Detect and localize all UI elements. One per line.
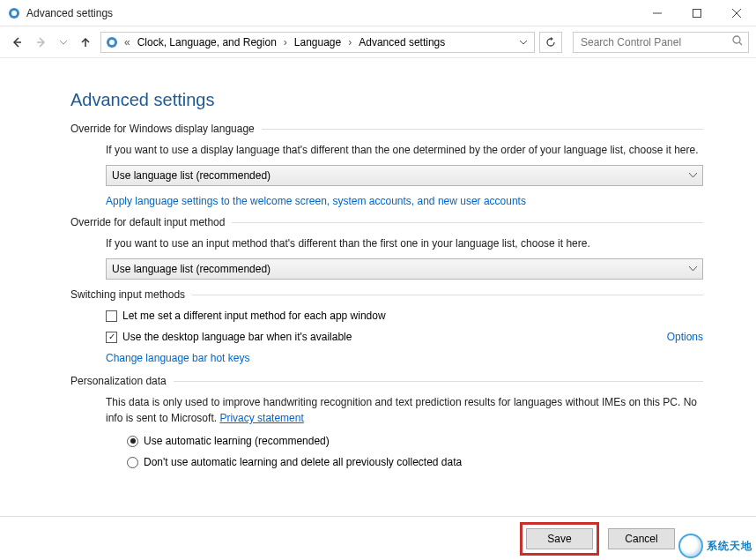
address-dropdown[interactable] — [516, 39, 530, 46]
radio-no-learning[interactable] — [127, 457, 138, 468]
divider — [174, 381, 703, 382]
radio-auto-learning[interactable] — [127, 436, 138, 447]
section-title: Override for Windows display language — [70, 123, 262, 135]
svg-point-11 — [733, 36, 740, 43]
svg-rect-3 — [693, 9, 700, 17]
minimize-button[interactable] — [637, 0, 677, 26]
chevron-down-icon — [689, 169, 697, 182]
checkbox-desktop-langbar[interactable] — [106, 332, 117, 343]
search-icon[interactable] — [732, 35, 743, 49]
section-description: If you want to use an input method that'… — [106, 235, 703, 251]
default-input-combo[interactable]: Use language list (recommended) — [106, 258, 703, 280]
section-title: Personalization data — [70, 375, 174, 387]
checkbox-per-app[interactable] — [106, 310, 117, 322]
footer: Save Cancel — [0, 516, 756, 560]
up-button[interactable] — [76, 33, 95, 52]
watermark: 系统天地 — [678, 534, 752, 558]
hotkeys-link[interactable]: Change language bar hot keys — [106, 350, 249, 366]
chevron-left-icon: « — [121, 36, 134, 49]
display-language-combo[interactable]: Use language list (recommended) — [106, 165, 703, 186]
combo-value: Use language list (recommended) — [112, 263, 689, 275]
divider — [232, 222, 703, 223]
radio-label: Use automatic learning (recommended) — [144, 433, 330, 449]
radio-label: Don't use automatic learning and delete … — [144, 454, 462, 470]
svg-point-1 — [11, 11, 17, 16]
forward-button[interactable] — [32, 33, 51, 52]
section-description: This data is only used to improve handwr… — [106, 394, 703, 426]
address-bar[interactable]: « Clock, Language, and Region › Language… — [100, 32, 535, 53]
breadcrumb-seg1[interactable]: Clock, Language, and Region — [136, 36, 278, 49]
control-panel-icon — [105, 35, 119, 49]
section-switching-input: Switching input methods Let me set a dif… — [70, 288, 703, 366]
checkbox-label: Let me set a different input method for … — [122, 308, 386, 324]
apply-welcome-link[interactable]: Apply language settings to the welcome s… — [106, 195, 703, 207]
back-button[interactable] — [7, 33, 26, 52]
close-button[interactable] — [716, 0, 756, 26]
privacy-link[interactable]: Privacy statement — [219, 412, 303, 424]
combo-value: Use language list (recommended) — [112, 169, 689, 182]
breadcrumb-seg2[interactable]: Language — [293, 36, 343, 49]
section-title: Switching input methods — [70, 288, 192, 301]
titlebar: Advanced settings — [0, 0, 756, 26]
window-title: Advanced settings — [26, 7, 637, 19]
breadcrumb-seg3[interactable]: Advanced settings — [357, 36, 447, 49]
divider — [192, 295, 703, 295]
options-link[interactable]: Options — [667, 329, 703, 345]
search-box[interactable] — [573, 32, 749, 53]
app-icon — [7, 6, 21, 20]
section-personalization: Personalization data This data is only u… — [70, 375, 703, 470]
page-title: Advanced settings — [70, 90, 703, 110]
section-title: Override for default input method — [70, 216, 232, 228]
chevron-right-icon: › — [345, 36, 355, 49]
checkbox-label: Use the desktop language bar when it's a… — [122, 329, 352, 345]
svg-line-12 — [739, 42, 742, 45]
maximize-button[interactable] — [677, 0, 716, 26]
chevron-down-icon — [689, 263, 697, 275]
cancel-button[interactable]: Cancel — [608, 528, 675, 549]
recent-dropdown[interactable] — [56, 33, 70, 52]
section-display-language: Override for Windows display language If… — [70, 123, 703, 207]
section-description: If you want to use a display language th… — [106, 142, 703, 158]
globe-icon — [678, 534, 703, 558]
divider — [262, 129, 703, 130]
section-default-input: Override for default input method If you… — [70, 216, 703, 280]
search-input[interactable] — [579, 35, 732, 49]
content-area: Advanced settings Override for Windows d… — [0, 58, 756, 516]
save-button[interactable]: Save — [526, 528, 593, 549]
refresh-button[interactable] — [539, 32, 562, 53]
navbar: « Clock, Language, and Region › Language… — [0, 26, 756, 58]
chevron-right-icon: › — [280, 36, 291, 49]
watermark-text: 系统天地 — [707, 539, 752, 554]
svg-point-10 — [109, 40, 115, 45]
save-highlight: Save — [520, 522, 599, 556]
